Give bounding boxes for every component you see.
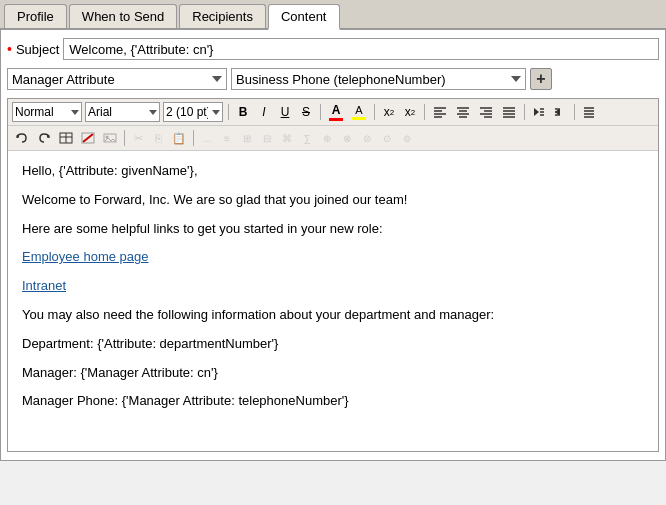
more-button-6[interactable]: ∑	[298, 128, 316, 148]
tab-profile[interactable]: Profile	[4, 4, 67, 28]
more-button-11[interactable]: ⊚	[398, 128, 416, 148]
content-line-3: Welcome to Forward, Inc. We are so glad …	[22, 190, 644, 211]
redo-button[interactable]	[34, 128, 54, 148]
superscript-button[interactable]: x2	[401, 102, 419, 122]
size-select[interactable]: 2 (10 pt)	[163, 102, 223, 122]
more-button-10[interactable]: ⊙	[378, 128, 396, 148]
cut-button[interactable]: ✂	[129, 128, 147, 148]
link-intranet[interactable]: Intranet	[22, 278, 66, 293]
more-button-4[interactable]: ⊟	[258, 128, 276, 148]
toolbar-separator-6	[574, 104, 575, 120]
toolbar-separator-4	[424, 104, 425, 120]
content-line-11: Department: {'Attribute: departmentNumbe…	[22, 334, 644, 355]
font-select[interactable]: Arial	[85, 102, 160, 122]
attribute-row: Manager Attribute Business Phone (teleph…	[7, 68, 659, 90]
subject-label: Subject	[16, 42, 59, 57]
content-line-5: Here are some helpful links to get you s…	[22, 219, 644, 240]
font-color-bar	[329, 118, 343, 121]
subject-row: • Subject	[7, 38, 659, 60]
subject-input[interactable]	[63, 38, 659, 60]
style-select[interactable]: Normal	[12, 102, 82, 122]
highlight-bar	[352, 117, 366, 120]
more-button-3[interactable]: ⊞	[238, 128, 256, 148]
font-color-button[interactable]: A	[326, 102, 346, 122]
more-button-5[interactable]: ⌘	[278, 128, 296, 148]
insert-image-button[interactable]	[100, 128, 120, 148]
table-button[interactable]	[56, 128, 76, 148]
indent-left-button[interactable]	[530, 102, 548, 122]
toolbar-separator-8	[193, 130, 194, 146]
content-line-9: You may also need the following informat…	[22, 305, 644, 326]
toolbar-separator-7	[124, 130, 125, 146]
toolbar-separator-3	[374, 104, 375, 120]
content-line-13: Manager: {'Manager Attribute: cn'}	[22, 363, 644, 384]
more-button-2[interactable]: ≡	[218, 128, 236, 148]
copy-button[interactable]: ⎘	[149, 128, 167, 148]
add-attribute-button[interactable]: +	[530, 68, 552, 90]
subscript-button[interactable]: x2	[380, 102, 398, 122]
editor-area: Normal Arial 2 (10 pt) B I U S A A	[7, 98, 659, 452]
strikethrough-button[interactable]: S	[297, 102, 315, 122]
content-panel: • Subject Manager Attribute Business Pho…	[0, 30, 666, 461]
more-button-7[interactable]: ⊕	[318, 128, 336, 148]
editor-body[interactable]: Hello, {'Attribute: givenName'}, Welcome…	[8, 151, 658, 451]
phone-dropdown[interactable]: Business Phone (telephoneNumber)	[231, 68, 526, 90]
list-button[interactable]	[580, 102, 598, 122]
undo-button[interactable]	[12, 128, 32, 148]
align-right-button[interactable]	[476, 102, 496, 122]
content-line-1: Hello, {'Attribute: givenName'},	[22, 161, 644, 182]
align-center-button[interactable]	[453, 102, 473, 122]
align-left-button[interactable]	[430, 102, 450, 122]
tab-content[interactable]: Content	[268, 4, 340, 30]
svg-marker-16	[534, 108, 539, 116]
paste-button[interactable]: 📋	[169, 128, 189, 148]
svg-line-33	[83, 134, 93, 142]
italic-button[interactable]: I	[255, 102, 273, 122]
bold-button[interactable]: B	[234, 102, 252, 122]
tab-recipients[interactable]: Recipients	[179, 4, 266, 28]
tabs-bar: Profile When to Send Recipients Content	[0, 0, 666, 30]
toolbar-separator-5	[524, 104, 525, 120]
underline-button[interactable]: U	[276, 102, 294, 122]
align-justify-button[interactable]	[499, 102, 519, 122]
attribute-dropdown[interactable]: Manager Attribute	[7, 68, 227, 90]
indent-right-button[interactable]	[551, 102, 569, 122]
link-employee-home[interactable]: Employee home page	[22, 249, 148, 264]
more-button-8[interactable]: ⊗	[338, 128, 356, 148]
editor-toolbar-1: Normal Arial 2 (10 pt) B I U S A A	[8, 99, 658, 126]
more-button-9[interactable]: ⊘	[358, 128, 376, 148]
toolbar-separator-1	[228, 104, 229, 120]
clear-format-button[interactable]	[78, 128, 98, 148]
highlight-button[interactable]: A	[349, 102, 369, 122]
required-indicator: •	[7, 41, 12, 57]
toolbar-separator-2	[320, 104, 321, 120]
more-button-1[interactable]: ...	[198, 128, 216, 148]
content-line-15: Manager Phone: {'Manager Attribute: tele…	[22, 391, 644, 412]
editor-toolbar-2: ✂ ⎘ 📋 ... ≡ ⊞ ⊟ ⌘ ∑ ⊕ ⊗ ⊘ ⊙ ⊚	[8, 126, 658, 151]
tab-when-to-send[interactable]: When to Send	[69, 4, 177, 28]
